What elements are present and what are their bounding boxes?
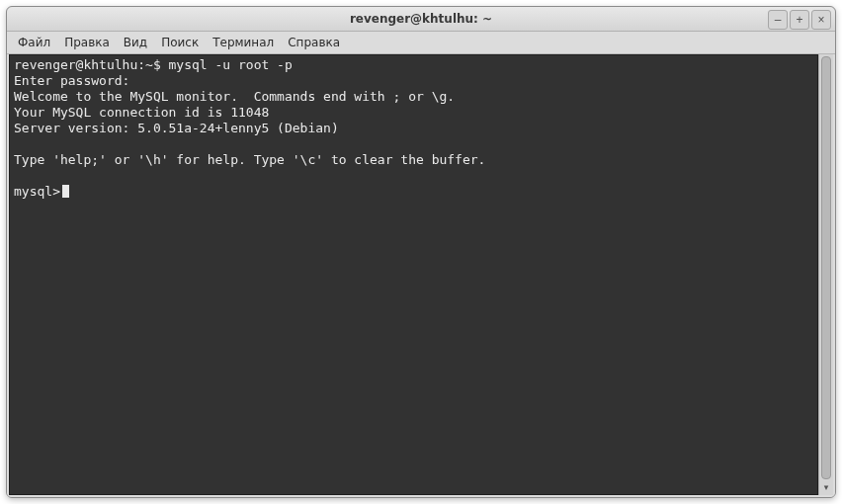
terminal-line: Your MySQL connection id is 11048 <box>14 105 269 120</box>
close-button[interactable]: × <box>811 10 831 30</box>
scrollbar-thumb[interactable] <box>821 56 831 479</box>
menu-file[interactable]: Файл <box>13 34 55 51</box>
menu-help[interactable]: Справка <box>283 34 345 51</box>
maximize-button[interactable]: + <box>790 10 809 30</box>
menu-search[interactable]: Поиск <box>156 34 204 51</box>
titlebar[interactable]: revenger@khtulhu: ~ – + × <box>7 7 835 32</box>
terminal-output[interactable]: revenger@khtulhu:~$ mysql -u root -p Ent… <box>9 54 818 495</box>
menubar: Файл Правка Вид Поиск Терминал Справка <box>7 32 835 54</box>
terminal-line: Enter password: <box>14 73 129 88</box>
terminal-line: Server version: 5.0.51a-24+lenny5 (Debia… <box>14 121 339 135</box>
shell-command: mysql -u root -p <box>169 57 293 72</box>
terminal-line: Welcome to the MySQL monitor. Commands e… <box>14 89 455 104</box>
window-controls: – + × <box>768 10 831 30</box>
window-title: revenger@khtulhu: ~ <box>7 12 835 26</box>
scroll-down-icon[interactable]: ▾ <box>821 481 831 493</box>
menu-edit[interactable]: Правка <box>59 34 115 51</box>
menu-terminal[interactable]: Терминал <box>208 34 279 51</box>
terminal-window: revenger@khtulhu: ~ – + × Файл Правка Ви… <box>6 6 836 498</box>
scrollbar[interactable]: ▾ <box>818 54 833 495</box>
shell-prompt: revenger@khtulhu:~$ <box>14 57 161 72</box>
cursor-icon <box>62 185 69 198</box>
terminal-area: revenger@khtulhu:~$ mysql -u root -p Ent… <box>7 54 835 497</box>
minimize-button[interactable]: – <box>768 10 788 30</box>
terminal-line: Type 'help;' or '\h' for help. Type '\c'… <box>14 152 485 167</box>
mysql-prompt: mysql> <box>14 184 60 199</box>
menu-view[interactable]: Вид <box>119 34 152 51</box>
